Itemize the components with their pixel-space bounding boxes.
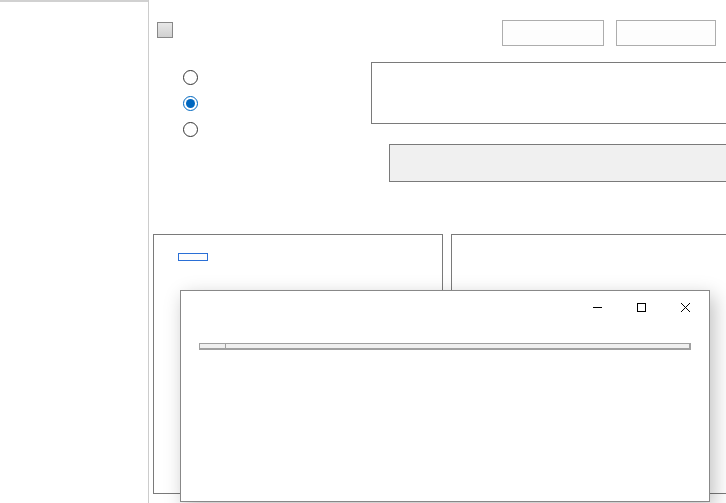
radio-enabled[interactable] bbox=[183, 96, 198, 111]
show-contents-dialog[interactable] bbox=[180, 290, 710, 502]
supported-on-value bbox=[389, 144, 726, 182]
svg-rect-1 bbox=[637, 303, 645, 311]
grid-header-value bbox=[226, 344, 690, 348]
nav-tree[interactable] bbox=[0, 0, 148, 503]
previous-setting-button[interactable] bbox=[502, 20, 604, 46]
grid-corner bbox=[200, 344, 226, 348]
policy-icon bbox=[157, 22, 173, 38]
minimize-button[interactable] bbox=[575, 292, 619, 322]
maximize-button[interactable] bbox=[619, 292, 663, 322]
tree-item-system[interactable] bbox=[0, 0, 148, 2]
value-grid[interactable] bbox=[199, 343, 691, 350]
radio-disabled[interactable] bbox=[183, 122, 198, 137]
policy-state-radiogroup bbox=[183, 64, 204, 142]
close-button[interactable] bbox=[663, 292, 707, 322]
radio-not-configured[interactable] bbox=[183, 70, 198, 85]
show-button[interactable] bbox=[178, 253, 208, 261]
next-setting-button[interactable] bbox=[616, 20, 716, 46]
dialog-titlebar[interactable] bbox=[181, 291, 709, 323]
comment-textarea[interactable] bbox=[371, 62, 726, 124]
